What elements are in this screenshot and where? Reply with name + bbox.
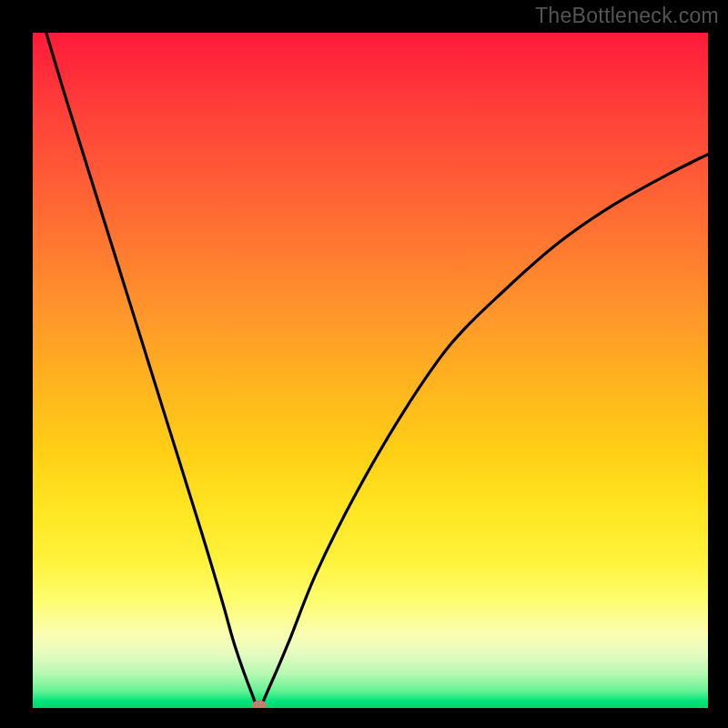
watermark-text: TheBottleneck.com <box>535 4 719 28</box>
bottleneck-curve <box>46 33 708 708</box>
curve-svg <box>33 33 708 708</box>
chart-container: TheBottleneck.com <box>0 0 728 728</box>
plot-area <box>33 33 708 708</box>
optimum-marker <box>252 701 267 709</box>
